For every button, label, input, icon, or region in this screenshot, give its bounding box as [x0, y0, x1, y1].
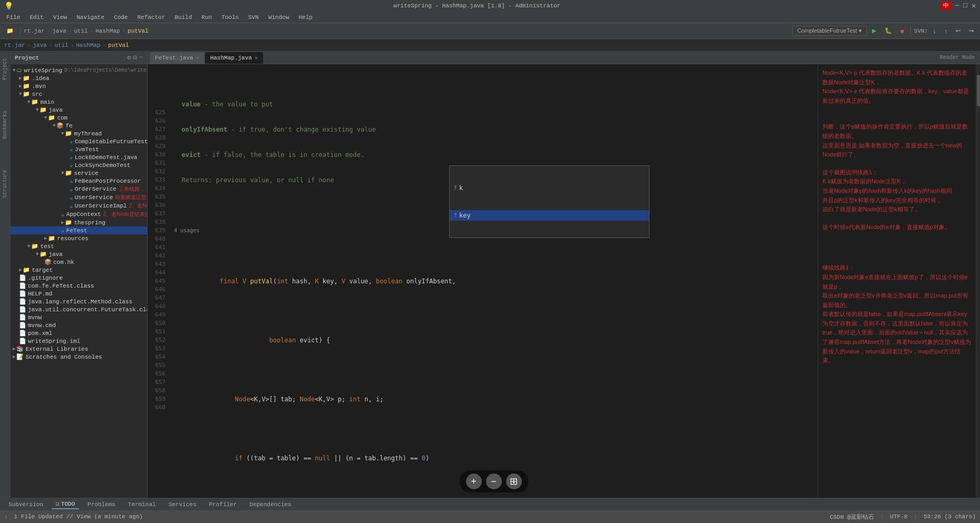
tree-item-mythread[interactable]: ▼ 📁 myThread	[11, 130, 147, 137]
scrollbar-thumb[interactable]	[977, 75, 980, 106]
menu-edit[interactable]: Edit	[25, 13, 47, 22]
breadcrumb-java[interactable]: java	[52, 28, 66, 34]
bottom-tab-subversion[interactable]: Subversion	[4, 500, 47, 509]
bottom-tab-profiler[interactable]: Profiler	[205, 500, 241, 509]
tree-item-methodclass[interactable]: 📄 java.lang.reflect.Method.class	[11, 298, 147, 305]
nav-rtjar[interactable]: rt.jar	[4, 42, 25, 48]
tree-item-root[interactable]: ▼ 🗂 writeSpring D:\IdeaProjects\Demo\wri…	[11, 66, 147, 74]
tree-item-futuretaskclass[interactable]: 📄 java.util.concurrent.FutureTask.class	[11, 305, 147, 313]
menu-svn[interactable]: SVN	[244, 13, 263, 22]
tab-hashmap[interactable]: HashMap.java ✕	[205, 52, 263, 64]
bottom-tab-todo[interactable]: ☑ TODO	[52, 499, 79, 509]
tab-fetest-close[interactable]: ✕	[196, 55, 199, 61]
tree-item-orderservice[interactable]: ☕ OrderService 三条线路，	[11, 185, 147, 193]
tree-item-completable[interactable]: ☕ CompletableFutrueTest.java	[11, 137, 147, 145]
tree-item-resources[interactable]: ▶ 📁 resources	[11, 234, 147, 242]
project-icon[interactable]: 📁	[3, 26, 17, 35]
tree-item-helpmd[interactable]: 📄 HELP.md	[11, 290, 147, 298]
debug-button[interactable]: 🐛	[881, 26, 895, 35]
tree-item-febean[interactable]: ☕ FeBeanPostProcessor	[11, 177, 147, 185]
stop-button[interactable]: ■	[897, 27, 907, 35]
tree-item-thespring[interactable]: ▶ 📁 thespring	[11, 219, 147, 226]
menu-run[interactable]: Run	[197, 13, 216, 22]
zoom-out-button[interactable]: −	[486, 473, 502, 489]
ac-item-k[interactable]: f k	[450, 183, 649, 193]
bottom-tab-problems[interactable]: Problems	[83, 500, 120, 509]
ac-item-key[interactable]: f key	[450, 210, 649, 221]
svn-commit-button[interactable]: ↑	[942, 27, 951, 35]
tree-item-java-test[interactable]: ▼ 📁 java	[11, 250, 147, 258]
tree-item-userserviceimpl[interactable]: ☕ UserServiceImpl 2、老Node是TreeNode的时候;	[11, 202, 147, 210]
menu-window[interactable]: Window	[264, 13, 294, 22]
tree-item-jvmtest[interactable]: ☕ JvmTest	[11, 145, 147, 153]
tree-item-fe[interactable]: ▼ 📦 fe	[11, 122, 147, 130]
tree-item-mvnw[interactable]: 📄 mvnw	[11, 313, 147, 321]
bookmarks-tab[interactable]: Bookmarks	[1, 108, 9, 141]
menu-file[interactable]: File	[2, 13, 24, 22]
tree-item-pomxml[interactable]: 📄 pom.xml	[11, 329, 147, 337]
tree-item-java-main[interactable]: ▼ 📁 java	[11, 106, 147, 114]
tree-item-locksync[interactable]: ☕ LockSyncDemoTest	[11, 161, 147, 169]
tab-fetest[interactable]: FeTest.java ✕	[150, 52, 205, 64]
tree-item-com[interactable]: ▼ 📁 com	[11, 114, 147, 122]
project-tab[interactable]: Project	[1, 56, 9, 82]
bottom-tab-services[interactable]: Services	[164, 500, 201, 509]
structure-tab[interactable]: Structure	[1, 167, 9, 200]
tree-item-extlibs[interactable]: ▶ 📚 External Libraries	[11, 345, 147, 353]
nav-putval[interactable]: putVal	[108, 42, 129, 48]
breadcrumb-rtjar[interactable]: rt.jar	[24, 28, 45, 34]
tree-settings-icon[interactable]: ⚙	[127, 54, 131, 62]
breadcrumb-util[interactable]: util	[74, 28, 88, 34]
menu-tools[interactable]: Tools	[217, 13, 243, 22]
breadcrumb-putval[interactable]: putVal	[128, 28, 149, 34]
tree-item-main[interactable]: ▼ 📁 main	[11, 98, 147, 106]
reader-mode-btn[interactable]: Reader Mode	[937, 54, 978, 62]
tree-item-writespringiml[interactable]: 📄 writeSpring.iml	[11, 337, 147, 345]
tree-item-mvn[interactable]: ▶ 📁 .mvn	[11, 82, 147, 90]
run-config-dropdown[interactable]: CompletableFutrueTest ▾	[792, 26, 867, 36]
tab-hashmap-close[interactable]: ✕	[255, 55, 258, 61]
tree-item-test[interactable]: ▼ 📁 test	[11, 242, 147, 250]
redo-button[interactable]: ↪	[966, 26, 977, 35]
tree-item-mvnwcmd[interactable]: 📄 mvnw.cmd	[11, 321, 147, 329]
tree-minimize-icon[interactable]: −	[139, 54, 143, 62]
menu-navigate[interactable]: Navigate	[72, 13, 109, 22]
undo-button[interactable]: ↩	[953, 26, 964, 35]
bottom-tab-dependencies[interactable]: Dependencies	[245, 500, 295, 509]
tree-item-scratches[interactable]: ▶ 📝 Scratches and Consoles	[11, 353, 147, 361]
breadcrumb-hashmap[interactable]: HashMap	[95, 28, 120, 34]
tree-icon-thespring: 📁	[65, 219, 72, 226]
tree-item-appcontext[interactable]: ☕ AppContext 3、老Node是链表的时候;	[11, 210, 147, 219]
menu-code[interactable]: Code	[110, 13, 132, 22]
tree-item-comhk[interactable]: 📦 com.hk	[11, 258, 147, 266]
tree-item-src[interactable]: ▼ 📁 src	[11, 90, 147, 98]
tree-item-idea[interactable]: ▶ 📁 .idea	[11, 74, 147, 82]
tree-item-service[interactable]: ▼ 📁 service	[11, 169, 147, 177]
code-area[interactable]: value - the value to put onlyIfAbsent - …	[170, 64, 818, 498]
tree-collapse-icon[interactable]: ⊟	[133, 54, 137, 62]
close-button[interactable]: ✕	[972, 2, 976, 10]
tree-item-userservice[interactable]: ☕ UserService 则要赋值泛型v;	[11, 193, 147, 202]
nav-java[interactable]: java	[33, 42, 46, 48]
bottom-tab-terminal[interactable]: Terminal	[124, 500, 160, 509]
code-editor[interactable]: 625 626 627 628 629 630 631 632 633 634 …	[148, 64, 818, 498]
autocomplete-popup[interactable]: f k f key	[449, 165, 649, 238]
menu-refactor[interactable]: Refactor	[133, 13, 169, 22]
editor-scrollbar[interactable]	[976, 64, 980, 498]
zoom-fit-button[interactable]: ⊞	[506, 473, 522, 489]
nav-hashmap[interactable]: HashMap	[76, 42, 100, 48]
svn-update-button[interactable]: ↓	[930, 27, 939, 35]
menu-build[interactable]: Build	[170, 13, 196, 22]
tree-item-fetestclass[interactable]: 📄 com.fe.FeTest.class	[11, 282, 147, 290]
maximize-button[interactable]: □	[963, 2, 967, 10]
tree-item-target[interactable]: ▶ 📁 target	[11, 266, 147, 274]
nav-util[interactable]: util	[54, 42, 68, 48]
minimize-button[interactable]: ─	[955, 2, 959, 10]
tree-item-lock8[interactable]: ☕ Lock8DemoTest.java	[11, 153, 147, 161]
menu-view[interactable]: View	[49, 13, 71, 22]
menu-help[interactable]: Help	[295, 13, 317, 22]
run-button[interactable]: ▶	[869, 26, 879, 35]
zoom-in-button[interactable]: +	[466, 473, 482, 489]
tree-item-fetest[interactable]: ☕ FeTest	[11, 226, 147, 234]
tree-item-gitignore[interactable]: 📄 .gitignore	[11, 274, 147, 282]
